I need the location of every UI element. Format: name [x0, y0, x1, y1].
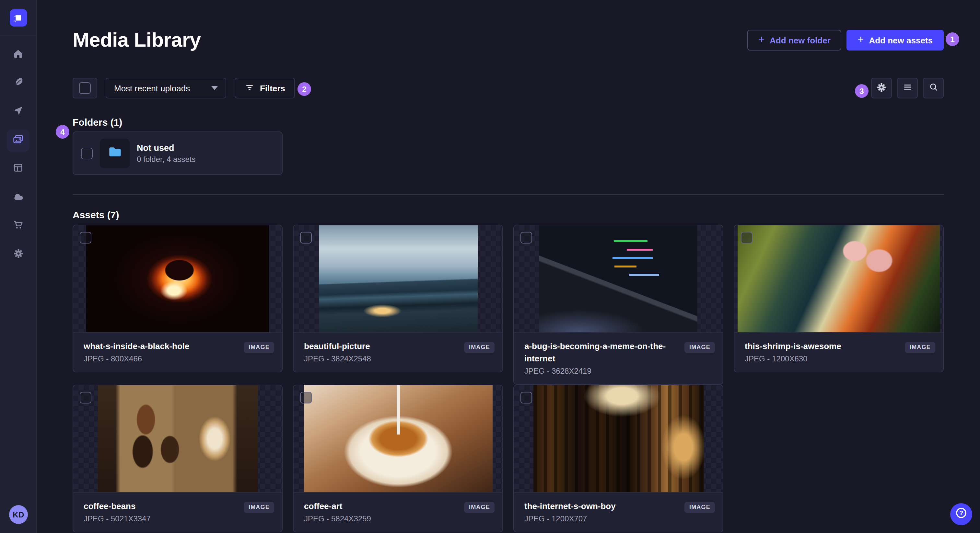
search-button[interactable] — [923, 78, 944, 98]
question-mark-icon: ? — [953, 505, 969, 523]
asset-image — [86, 225, 269, 332]
asset-card-footer: coffee-art JPEG - 5824X3259 IMAGE — [294, 493, 502, 532]
search-icon — [928, 82, 939, 95]
media-library-icon — [12, 133, 25, 148]
asset-card-footer: what-s-inside-a-black-hole JPEG - 800X46… — [73, 333, 282, 372]
user-avatar[interactable]: KD — [9, 505, 28, 524]
asset-card[interactable]: the-internet-s-own-boy JPEG - 1200X707 I… — [513, 385, 723, 532]
asset-name: beautiful-picture — [304, 340, 458, 352]
asset-texts: a-bug-is-becoming-a-meme-on-the-internet… — [524, 340, 685, 376]
asset-card[interactable]: coffee-beans JPEG - 5021X3347 IMAGE — [73, 385, 283, 532]
feather-icon — [12, 76, 24, 90]
gear-icon — [876, 81, 887, 95]
asset-card-footer: coffee-beans JPEG - 5021X3347 IMAGE — [73, 493, 282, 532]
folder-card[interactable]: Not used 0 folder, 4 assets — [73, 132, 283, 175]
svg-text:?: ? — [959, 509, 963, 517]
asset-image — [304, 385, 492, 492]
asset-checkbox[interactable] — [80, 392, 91, 403]
asset-texts: what-s-inside-a-black-hole JPEG - 800X46… — [84, 340, 244, 363]
add-new-folder-button[interactable]: + Add new folder — [747, 30, 841, 51]
asset-image — [318, 225, 477, 332]
asset-image — [738, 225, 940, 332]
asset-checkbox[interactable] — [300, 232, 312, 244]
list-view-button[interactable] — [897, 78, 918, 98]
paper-plane-icon — [12, 105, 24, 119]
folder-meta: 0 folder, 4 assets — [137, 154, 196, 163]
cart-icon — [12, 219, 24, 233]
add-new-assets-button[interactable]: + Add new assets — [847, 30, 944, 51]
asset-type-badge: IMAGE — [685, 342, 715, 353]
asset-thumbnail — [514, 225, 723, 333]
folder-checkbox[interactable] — [81, 148, 93, 159]
asset-type-badge: IMAGE — [244, 502, 274, 513]
asset-card[interactable]: coffee-art JPEG - 5824X3259 IMAGE — [293, 385, 503, 532]
annotation-mark-2: 2 — [298, 82, 311, 96]
asset-card-footer: the-internet-s-own-boy JPEG - 1200X707 I… — [514, 493, 723, 532]
asset-checkbox[interactable] — [520, 232, 532, 244]
asset-checkbox[interactable] — [300, 392, 312, 403]
asset-name: coffee-art — [304, 500, 458, 512]
section-divider — [73, 194, 944, 195]
asset-thumbnail — [294, 385, 502, 493]
sidebar-item-home[interactable] — [7, 44, 29, 66]
asset-checkbox[interactable] — [741, 232, 752, 244]
asset-name: this-shrimp-is-awesome — [745, 340, 899, 352]
folder-name: Not used — [137, 143, 196, 152]
sidebar-item-releases[interactable] — [7, 101, 29, 123]
sort-dropdown[interactable]: Most recent uploads — [106, 78, 226, 98]
help-button[interactable]: ? — [950, 503, 972, 525]
asset-name: what-s-inside-a-black-hole — [84, 340, 237, 352]
asset-type-badge: IMAGE — [465, 502, 495, 513]
configure-view-button[interactable] — [871, 78, 892, 98]
asset-type-badge: IMAGE — [465, 342, 495, 353]
annotation-mark-4: 4 — [56, 125, 69, 139]
asset-name: the-internet-s-own-boy — [524, 500, 678, 512]
asset-card[interactable]: a-bug-is-becoming-a-meme-on-the-internet… — [513, 225, 723, 385]
asset-thumbnail — [294, 225, 502, 333]
asset-type-badge: IMAGE — [685, 502, 715, 513]
asset-thumbnail — [73, 225, 282, 333]
sidebar-item-content-type-builder[interactable] — [7, 158, 29, 180]
select-all-container — [73, 78, 97, 98]
asset-card[interactable]: beautiful-picture JPEG - 3824X2548 IMAGE — [293, 225, 503, 373]
select-all-checkbox[interactable] — [79, 82, 91, 94]
sidebar: KD — [0, 0, 37, 533]
asset-image — [539, 225, 697, 332]
asset-meta: JPEG - 1200X707 — [524, 514, 678, 523]
asset-type-badge: IMAGE — [244, 342, 274, 353]
asset-texts: the-internet-s-own-boy JPEG - 1200X707 — [524, 500, 685, 523]
logo-container — [0, 0, 36, 36]
asset-thumbnail — [734, 225, 943, 333]
sidebar-item-content[interactable] — [7, 73, 29, 95]
gear-icon — [12, 247, 24, 262]
asset-texts: coffee-beans JPEG - 5021X3347 — [84, 500, 244, 523]
asset-name: a-bug-is-becoming-a-meme-on-the-internet — [524, 340, 678, 365]
sidebar-item-marketplace[interactable] — [7, 215, 29, 237]
asset-texts: beautiful-picture JPEG - 3824X2548 — [304, 340, 465, 363]
asset-card-footer: a-bug-is-becoming-a-meme-on-the-internet… — [514, 333, 723, 384]
asset-card[interactable]: this-shrimp-is-awesome JPEG - 1200X630 I… — [734, 225, 944, 373]
list-icon — [902, 82, 913, 95]
sidebar-item-settings[interactable] — [7, 244, 29, 265]
layout-icon — [12, 162, 24, 176]
viewport: KD Media Library + Add new folder + Add … — [0, 0, 980, 533]
plus-icon: + — [858, 34, 864, 45]
asset-texts: this-shrimp-is-awesome JPEG - 1200X630 — [745, 340, 905, 363]
sidebar-item-media-library[interactable] — [7, 130, 29, 152]
sidebar-item-cloud[interactable] — [7, 187, 29, 209]
asset-meta: JPEG - 3628X2419 — [524, 366, 678, 376]
home-icon — [12, 48, 24, 62]
asset-card-footer: this-shrimp-is-awesome JPEG - 1200X630 I… — [734, 333, 943, 372]
asset-thumbnail — [73, 385, 282, 493]
sort-dropdown-value: Most recent uploads — [114, 83, 190, 93]
asset-checkbox[interactable] — [80, 232, 91, 244]
asset-type-badge: IMAGE — [905, 342, 935, 353]
asset-card[interactable]: what-s-inside-a-black-hole JPEG - 800X46… — [73, 225, 283, 373]
strapi-logo-icon[interactable] — [10, 9, 27, 27]
asset-card-footer: beautiful-picture JPEG - 3824X2548 IMAGE — [294, 333, 502, 372]
cloud-icon — [12, 190, 24, 205]
asset-meta: JPEG - 3824X2548 — [304, 354, 458, 363]
add-new-folder-label: Add new folder — [770, 35, 830, 45]
asset-checkbox[interactable] — [520, 392, 532, 403]
filters-button[interactable]: Filters — [235, 78, 295, 98]
